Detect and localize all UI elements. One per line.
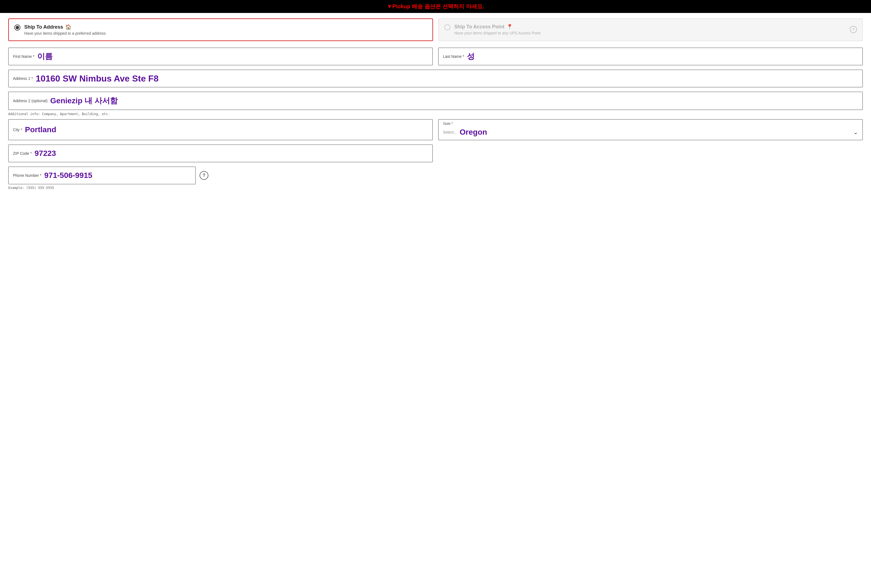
address2-wrapper: Address 2 (optional) Geniezip 내 사서함 bbox=[8, 92, 863, 110]
address1-row: Address 1 * 10160 SW Nimbus Ave Ste F8 bbox=[8, 70, 863, 87]
first-name-value: 이름 bbox=[37, 51, 52, 62]
house-icon: 🏠 bbox=[65, 24, 71, 30]
ship-to-access-point-option[interactable]: Ship To Access Point 📍 Have your items s… bbox=[438, 18, 863, 41]
zip-row: ZIP Code * 97223 bbox=[8, 145, 863, 162]
ship-to-address-option[interactable]: Ship To Address 🏠 Have your items shippe… bbox=[8, 18, 433, 41]
phone-row: Phone Number * 971-506-9915 ? bbox=[8, 167, 863, 184]
phone-field[interactable]: Phone Number * 971-506-9915 bbox=[8, 167, 196, 184]
phone-hint: Example: (555) 555-5555 bbox=[8, 186, 863, 190]
ship-to-address-text: Ship To Address 🏠 Have your items shippe… bbox=[24, 24, 106, 36]
ship-to-address-title: Ship To Address 🏠 bbox=[24, 24, 106, 30]
ship-to-access-point-radio[interactable] bbox=[444, 24, 450, 30]
city-label: City * bbox=[13, 127, 22, 132]
zip-label: ZIP Code * bbox=[13, 151, 32, 155]
address2-field[interactable]: Address 2 (optional) Geniezip 내 사서함 bbox=[9, 92, 862, 110]
last-name-field[interactable]: Last Name * 성 bbox=[438, 48, 863, 65]
access-point-help-icon[interactable]: ? bbox=[850, 26, 857, 33]
chevron-down-icon: ⌄ bbox=[853, 129, 858, 136]
location-icon: 📍 bbox=[507, 24, 513, 30]
ship-to-access-point-text: Ship To Access Point 📍 Have your items s… bbox=[454, 24, 540, 35]
city-field[interactable]: City * Portland bbox=[8, 119, 433, 140]
city-value: Portland bbox=[25, 125, 56, 134]
last-name-label: Last Name * bbox=[443, 54, 464, 59]
name-row: First Name * 이름 Last Name * 성 bbox=[8, 48, 863, 65]
first-name-field[interactable]: First Name * 이름 bbox=[8, 48, 433, 65]
ship-to-address-radio[interactable] bbox=[14, 24, 20, 31]
phone-label: Phone Number * bbox=[13, 173, 42, 178]
address2-value: Geniezip 내 사서함 bbox=[50, 96, 117, 106]
state-value: Oregon bbox=[460, 128, 487, 137]
banner-text: ▼Pickup 배송 옵션은 선택하지 마세요. bbox=[387, 3, 484, 9]
radio-inner bbox=[16, 26, 19, 29]
zip-field[interactable]: ZIP Code * 97223 bbox=[8, 145, 433, 162]
state-content: Select... Oregon ⌄ bbox=[443, 128, 858, 137]
ship-to-access-point-subtitle: Have your items shipped to any UPS Acces… bbox=[454, 31, 540, 35]
address2-hint: Additional info: Company, Apartment, Bui… bbox=[8, 111, 863, 119]
zip-value: 97223 bbox=[34, 149, 56, 158]
ship-access-right: Ship To Access Point 📍 Have your items s… bbox=[454, 24, 857, 35]
phone-help-icon[interactable]: ? bbox=[199, 171, 208, 180]
address1-label: Address 1 * bbox=[13, 76, 33, 81]
ship-to-access-point-title: Ship To Access Point 📍 bbox=[454, 24, 540, 30]
ship-method-row: Ship To Address 🏠 Have your items shippe… bbox=[8, 18, 863, 41]
address1-field[interactable]: Address 1 * 10160 SW Nimbus Ave Ste F8 bbox=[8, 70, 863, 87]
phone-value: 971-506-9915 bbox=[44, 171, 92, 180]
banner: ▼Pickup 배송 옵션은 선택하지 마세요. bbox=[0, 0, 871, 13]
state-label: State * bbox=[443, 122, 453, 125]
last-name-value: 성 bbox=[467, 51, 474, 62]
state-field[interactable]: State * Select... Oregon ⌄ bbox=[438, 119, 863, 140]
address1-value: 10160 SW Nimbus Ave Ste F8 bbox=[36, 73, 159, 84]
city-state-row: City * Portland State * Select... Oregon… bbox=[8, 119, 863, 140]
ship-to-address-subtitle: Have your items shipped to a preferred a… bbox=[24, 31, 106, 36]
address2-label: Address 2 (optional) bbox=[13, 98, 47, 103]
first-name-label: First Name * bbox=[13, 54, 34, 59]
state-placeholder: Select... bbox=[443, 130, 457, 134]
